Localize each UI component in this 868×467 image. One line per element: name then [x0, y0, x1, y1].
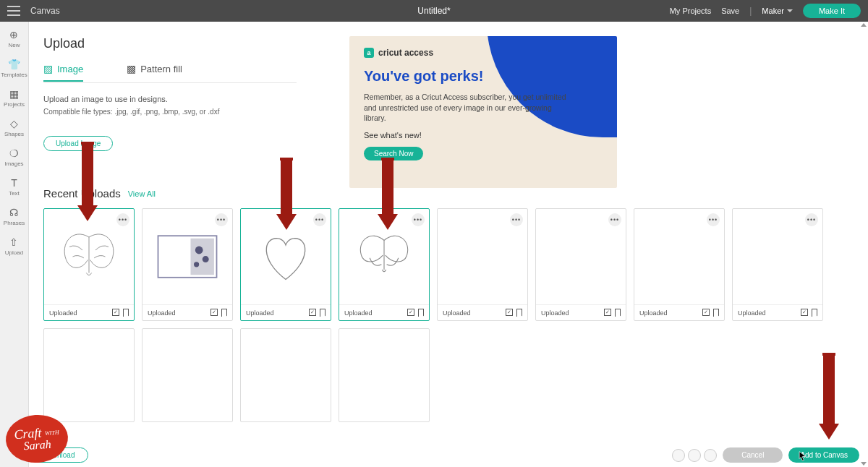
logo-badge: WITH: [45, 429, 59, 437]
menu-icon[interactable]: [7, 6, 20, 16]
machine-selector[interactable]: Maker: [762, 7, 793, 15]
card-icons: ✓: [506, 309, 522, 317]
nav-phrases[interactable]: ☊ Phrases: [4, 207, 25, 226]
view-all-link[interactable]: View All: [128, 189, 156, 198]
bookmark-icon[interactable]: [221, 309, 227, 317]
bookmark-icon[interactable]: [516, 309, 522, 317]
promo-body: Remember, as a Cricut Access subscriber,…: [364, 92, 574, 124]
promo-headline: You've got perks!: [364, 68, 603, 85]
promo-search-button[interactable]: Search Now: [364, 147, 423, 160]
card-menu-icon[interactable]: •••: [707, 213, 720, 226]
speech-icon: ☊: [8, 207, 20, 218]
nav-images[interactable]: ❍ Images: [4, 147, 23, 167]
nav-projects[interactable]: ▦ Projects: [4, 88, 25, 108]
check-badge-icon[interactable]: ✓: [604, 309, 611, 316]
card-menu-icon[interactable]: •••: [313, 213, 326, 226]
card-footer: Uploaded✓: [142, 304, 232, 320]
recent-cards-row2: [43, 328, 856, 422]
add-to-canvas-button[interactable]: Add to Canvas: [788, 447, 859, 463]
tab-label: Pattern fill: [140, 64, 182, 74]
card-menu-icon[interactable]: •••: [412, 213, 425, 226]
card-icons: ✓: [801, 309, 817, 317]
nav-templates[interactable]: 👕 Templates: [1, 59, 27, 78]
scrollbar[interactable]: [861, 22, 867, 467]
card-status: Uploaded: [49, 309, 77, 317]
card-blank[interactable]: [240, 328, 331, 422]
card-icons: ✓: [112, 309, 129, 317]
topbar: Canvas Untitled* My Projects Save | Make…: [0, 0, 868, 22]
card-menu-icon[interactable]: •••: [215, 213, 228, 226]
grid-icon: ▦: [9, 88, 20, 100]
nav-text[interactable]: T Text: [9, 177, 20, 197]
card-footer: Uploaded✓: [634, 304, 724, 320]
nav-label: Templates: [1, 72, 27, 78]
my-projects-link[interactable]: My Projects: [670, 7, 711, 15]
card-status: Uploaded: [639, 309, 668, 317]
check-badge-icon[interactable]: ✓: [210, 309, 218, 316]
upload-card[interactable]: •••Uploaded✓: [240, 208, 331, 321]
bookmark-icon[interactable]: [123, 309, 129, 317]
card-icons: ✓: [210, 309, 227, 317]
card-menu-icon[interactable]: •••: [805, 213, 818, 226]
nav-label: New: [8, 42, 20, 48]
bookmark-icon[interactable]: [713, 309, 719, 317]
brand-badge-icon: a: [364, 48, 374, 58]
image-icon: ▨: [43, 63, 53, 74]
card-status: Uploaded: [148, 309, 176, 317]
upload-card[interactable]: •••Uploaded✓: [634, 208, 725, 321]
check-badge-icon[interactable]: ✓: [309, 309, 316, 316]
card-status: Uploaded: [541, 309, 569, 317]
upload-card[interactable]: •••Uploaded✓: [535, 208, 626, 321]
preview-dot: [672, 449, 685, 462]
check-badge-icon[interactable]: ✓: [506, 309, 513, 316]
nav-label: Projects: [4, 101, 25, 108]
card-blank[interactable]: [43, 328, 135, 422]
machine-name: Maker: [762, 7, 784, 15]
save-link[interactable]: Save: [721, 7, 739, 15]
card-menu-icon[interactable]: •••: [608, 213, 621, 226]
upload-card[interactable]: •••Uploaded✓: [732, 208, 823, 321]
logo-line2: Sarah: [23, 439, 51, 453]
bookmark-icon[interactable]: [812, 309, 817, 317]
upload-card[interactable]: •••Uploaded✓: [43, 208, 135, 321]
nav-shapes[interactable]: ◇ Shapes: [4, 118, 24, 137]
document-title: Untitled*: [417, 6, 450, 16]
upload-image-button[interactable]: Upload Image: [43, 136, 113, 151]
left-nav: ⊕ New 👕 Templates ▦ Projects ◇ Shapes ❍ …: [0, 22, 29, 467]
card-blank[interactable]: [142, 328, 233, 422]
card-footer: Uploaded✓: [733, 304, 822, 320]
bookmark-icon[interactable]: [418, 309, 424, 317]
tab-pattern-fill[interactable]: ▩ Pattern fill: [127, 63, 182, 82]
chevron-down-icon: [787, 9, 793, 12]
selection-previews: [672, 449, 717, 462]
card-blank[interactable]: [339, 328, 430, 422]
card-status: Uploaded: [738, 309, 766, 317]
promo-brand: a cricut access: [364, 48, 603, 58]
check-badge-icon[interactable]: ✓: [702, 309, 710, 316]
check-badge-icon[interactable]: ✓: [112, 309, 119, 316]
tabs-underline: [43, 82, 297, 83]
scroll-up-icon[interactable]: [861, 23, 867, 27]
card-footer: Uploaded✓: [339, 304, 429, 320]
check-badge-icon[interactable]: ✓: [407, 309, 414, 316]
bookmark-icon[interactable]: [615, 309, 621, 317]
cancel-button[interactable]: Cancel: [723, 447, 783, 463]
make-it-button[interactable]: Make It: [803, 4, 861, 18]
scroll-down-icon[interactable]: [861, 462, 867, 466]
check-badge-icon[interactable]: ✓: [801, 309, 808, 316]
nav-upload[interactable]: ⇧ Upload: [5, 236, 23, 256]
card-icons: ✓: [309, 309, 326, 317]
card-footer: Uploaded✓: [536, 304, 626, 320]
upload-card[interactable]: •••Uploaded✓: [142, 208, 233, 321]
card-menu-icon[interactable]: •••: [510, 213, 523, 226]
card-menu-icon[interactable]: •••: [116, 213, 129, 226]
nav-label: Text: [9, 190, 20, 197]
recent-header: Recent Uploads View All: [43, 187, 846, 200]
promo-subline: See what's new!: [364, 131, 603, 140]
tab-image[interactable]: ▨ Image: [43, 63, 83, 82]
upload-card[interactable]: •••Uploaded✓: [339, 208, 430, 321]
upload-card[interactable]: •••Uploaded✓: [437, 208, 528, 321]
bookmark-icon[interactable]: [320, 309, 326, 317]
nav-new[interactable]: ⊕ New: [8, 29, 20, 48]
upload-icon: ⇧: [8, 236, 20, 248]
